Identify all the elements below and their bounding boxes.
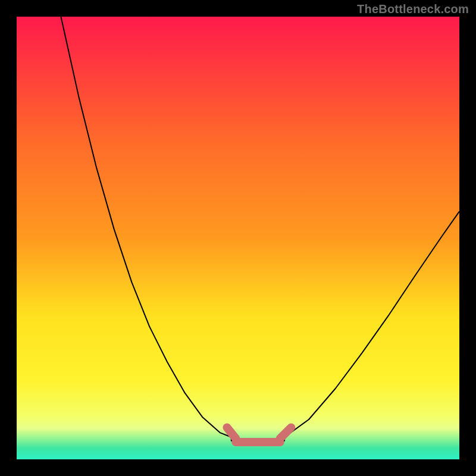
chart-frame: TheBottleneck.com (0, 0, 476, 476)
chart-plot-area (17, 17, 459, 459)
gradient-background (17, 17, 459, 459)
watermark-text: TheBottleneck.com (357, 2, 469, 16)
chart-svg (17, 17, 459, 459)
